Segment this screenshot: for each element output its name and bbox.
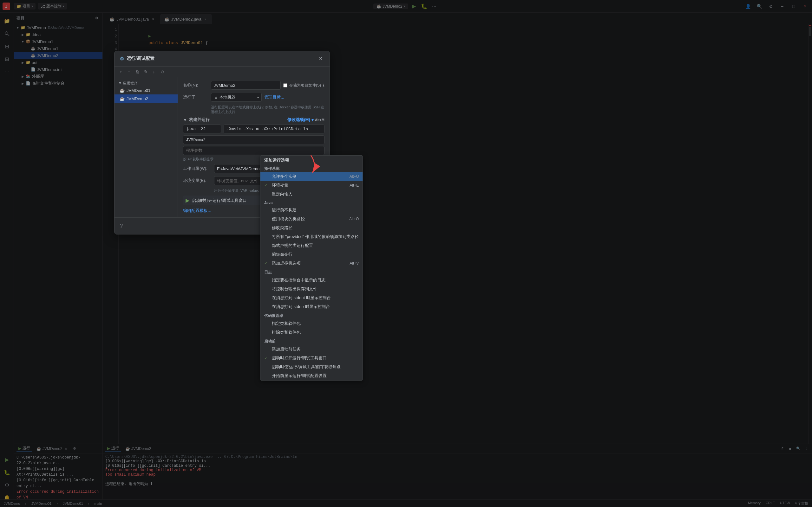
dropdown-section-before-launch: 启动前 <box>260 337 362 345</box>
modal-overlay: ⚙ 运行/调试配置 × + − ⎘ ✎ ↓ ⊙ ▼ 应用程序 ☕ JVMDemo… <box>0 0 812 507</box>
form-row-name: 名称(N): 存储为项目文件(S) ℹ <box>183 81 324 90</box>
form-label-env: 环境变量(E): <box>183 178 212 183</box>
dropdown-item-vm-options[interactable]: ✓ 添加虚拟机选项 Alt+V <box>260 259 362 268</box>
dropdown-item-show-config[interactable]: 开始前显示运行/调试配置设置 <box>260 372 362 380</box>
dropdown-item-focus-tool[interactable]: 启动时使'运行/调试工具窗口'获取焦点 <box>260 362 362 372</box>
dropdown-item-modify-cp[interactable]: 修改类路径 <box>260 223 362 232</box>
modify-options-arrow: ▾ <box>311 118 314 122</box>
run-on-arrow: ▾ <box>257 96 259 99</box>
dropdown-item-exclude-class[interactable]: 排除类和软件包 <box>260 328 362 337</box>
build-run-row-mainclass <box>183 135 324 144</box>
run-on-value: 本地机器 <box>219 95 236 100</box>
label-implicit-class: 隐式声明的类运行配置 <box>272 243 359 248</box>
form-label-name: 名称(N): <box>183 82 208 88</box>
toolbar-sort[interactable]: ⊙ <box>158 68 166 75</box>
label-focus-tool: 启动时使'运行/调试工具窗口'获取焦点 <box>272 364 359 370</box>
form-label-run-on: 运行于: <box>183 95 208 100</box>
dropdown-item-console-log[interactable]: 指定要在控制台中显示的日志 <box>260 276 362 285</box>
dropdown-item-open-tool-window[interactable]: ✓ 启动时打开运行/调试工具窗口 <box>260 354 362 362</box>
form-input-name[interactable] <box>211 81 281 90</box>
help-button[interactable]: ? <box>119 223 123 229</box>
dropdown-item-no-build[interactable]: 运行前不构建 <box>260 206 362 215</box>
dropdown-item-env-vars[interactable]: ✓ 环境变量 Alt+E <box>260 181 362 190</box>
vm-options-input[interactable] <box>223 124 324 133</box>
label-modify-cp: 修改类路径 <box>272 225 359 231</box>
build-run-header[interactable]: ▼ 构建并运行 修改选项(M) ▾ Alt+M <box>183 117 324 123</box>
toolbar-move-down[interactable]: ↓ <box>150 68 158 75</box>
dropdown-section-log: 日志 <box>260 268 362 276</box>
label-provided-deps: 将所有 "provided" 作用域的依赖项添加到类路径 <box>272 234 359 239</box>
label-console-log: 指定要在控制台中显示的日志 <box>272 277 359 283</box>
dropdown-item-provided-deps[interactable]: 将所有 "provided" 作用域的依赖项添加到类路径 <box>260 232 362 241</box>
dropdown-item-specify-class[interactable]: 指定类和软件包 <box>260 319 362 328</box>
dialog-item-icon-2: ☕ <box>119 96 125 101</box>
check-icon-env: ✓ <box>264 183 269 187</box>
label-redirect: 重定向输入 <box>272 191 356 197</box>
label-before-task: 添加启动前任务 <box>272 346 359 352</box>
program-args-input[interactable] <box>183 146 324 155</box>
build-run-label: 构建并运行 <box>189 117 210 123</box>
add-run-options-menu: 添加运行选项 操作系统 允许多个实例 Alt+U ✓ 环境变量 Alt+E 重定… <box>260 155 363 381</box>
checkbox-save-input[interactable] <box>283 83 287 88</box>
run-on-icon: 🖥 <box>214 95 218 100</box>
toolbar-edit[interactable]: ✎ <box>142 68 149 75</box>
build-run-arrow: ▼ <box>183 118 187 122</box>
dialog-title-icon: ⚙ <box>119 56 124 62</box>
label-env-vars: 环境变量 <box>272 182 347 188</box>
form-select-run-on[interactable]: 🖥 本地机器 ▾ <box>211 93 262 102</box>
dropdown-item-shorten-cmdline[interactable]: 缩短命令行 <box>260 250 362 259</box>
dropdown-item-show-stdout[interactable]: 在消息打到 stdout 时显示控制台 <box>260 293 362 302</box>
modify-shortcut: Alt+M <box>315 118 324 122</box>
label-no-build: 运行前不构建 <box>272 207 359 213</box>
label-shorten-cmdline: 缩短命令行 <box>272 251 359 257</box>
check-icon-vm: ✓ <box>264 261 269 266</box>
dialog-section-apps: ▼ 应用程序 <box>114 79 177 86</box>
manage-targets-link[interactable]: 管理目标... <box>264 95 284 100</box>
dialog-item-icon-1: ☕ <box>119 88 125 93</box>
java-version-input[interactable] <box>183 124 221 133</box>
main-class-input[interactable] <box>183 135 324 144</box>
modify-options-button[interactable]: 修改选项(M) ▾ Alt+M <box>287 117 324 123</box>
dropdown-item-module-classpath[interactable]: 使用模块的类路径 Alt+O <box>260 215 362 223</box>
build-run-row-java <box>183 124 324 133</box>
modify-options-label: 修改选项(M) <box>287 117 310 123</box>
label-save-output: 将控制台输出保存到文件 <box>272 286 359 292</box>
label-vm-options: 添加虚拟机选项 <box>272 261 347 266</box>
dropdown-item-redirect[interactable]: 重定向输入 <box>260 190 362 199</box>
dropdown-item-save-output[interactable]: 将控制台输出保存到文件 <box>260 285 362 293</box>
toolbar-remove[interactable]: − <box>125 68 133 75</box>
checkbox-save-label: 存储为项目文件(S) <box>289 83 321 88</box>
dialog-sidebar: ▼ 应用程序 ☕ JVMDemo01 ☕ JVMDemo2 <box>114 77 178 217</box>
dialog-title-bar: ⚙ 运行/调试配置 × <box>114 51 329 66</box>
label-exclude-class: 排除类和软件包 <box>272 330 359 335</box>
dropdown-section-os: 操作系统 <box>260 164 362 172</box>
label-module-classpath: 使用模块的类路径 <box>272 216 347 222</box>
open-tool-icon: ▶ <box>186 198 189 204</box>
dropdown-item-multi-instance[interactable]: 允许多个实例 Alt+U <box>260 172 362 181</box>
dialog-item-jvmdemo01[interactable]: ☕ JVMDemo01 <box>114 86 177 95</box>
shortcut-module-cp: Alt+O <box>349 217 359 221</box>
dropdown-item-before-task[interactable]: 添加启动前任务 <box>260 345 362 354</box>
open-tool-label: 启动时打开运行/调试工具窗口 <box>192 198 247 204</box>
edit-template-link[interactable]: 编辑配置模板... <box>183 208 211 213</box>
form-label-workdir: 工作目录(W): <box>183 166 212 171</box>
checkbox-save-icon: ℹ <box>323 83 324 88</box>
shortcut-vm-options: Alt+V <box>350 261 359 266</box>
dialog-title-text: 运行/调试配置 <box>126 56 154 61</box>
dropdown-item-implicit-class[interactable]: 隐式声明的类运行配置 <box>260 241 362 250</box>
label-show-stderr: 在消息打到 stderr 时显示控制台 <box>272 304 359 309</box>
dialog-close-button[interactable]: × <box>317 55 324 62</box>
toolbar-add[interactable]: + <box>117 68 125 75</box>
toolbar-copy[interactable]: ⎘ <box>134 68 141 75</box>
dropdown-item-show-stderr[interactable]: 在消息打到 stderr 时显示控制台 <box>260 302 362 311</box>
form-row-run-on: 运行于: 🖥 本地机器 ▾ 管理目标... <box>183 93 324 102</box>
dialog-item-jvmdemo2[interactable]: ☕ JVMDemo2 <box>114 95 177 103</box>
dialog-item-label-2: JVMDemo2 <box>126 96 148 101</box>
shortcut-multi-instance: Alt+U <box>350 174 359 179</box>
check-icon-open-tool: ✓ <box>264 356 269 360</box>
shortcut-env-vars: Alt+E <box>350 183 359 187</box>
form-checkbox-save[interactable]: 存储为项目文件(S) ℹ <box>283 83 324 88</box>
dropdown-section-java: Java <box>260 199 362 206</box>
label-multi-instance: 允许多个实例 <box>272 174 347 179</box>
label-show-config: 开始前显示运行/调试配置设置 <box>272 373 359 379</box>
